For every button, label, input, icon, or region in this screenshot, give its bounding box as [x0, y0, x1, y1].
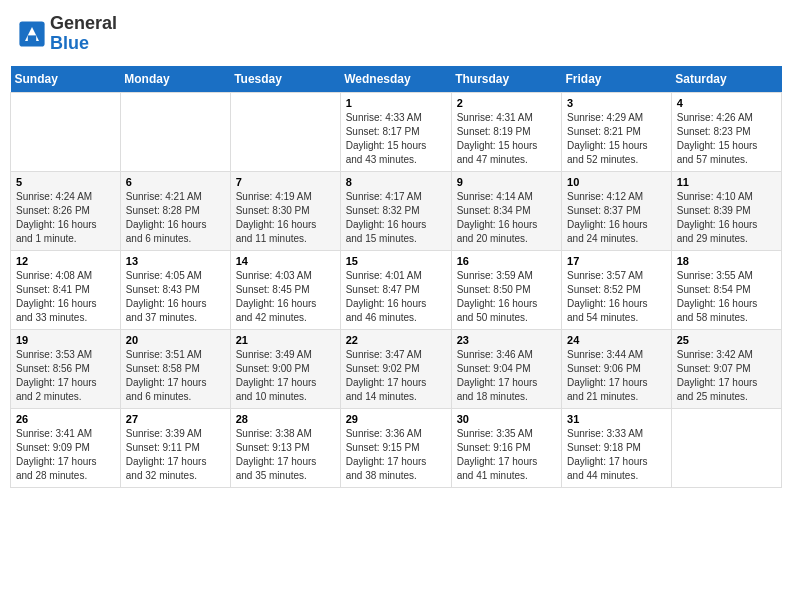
day-info: Sunrise: 4:19 AM Sunset: 8:30 PM Dayligh… [236, 190, 335, 246]
calendar-cell: 18Sunrise: 3:55 AM Sunset: 8:54 PM Dayli… [671, 250, 781, 329]
calendar-cell: 15Sunrise: 4:01 AM Sunset: 8:47 PM Dayli… [340, 250, 451, 329]
calendar-cell: 31Sunrise: 3:33 AM Sunset: 9:18 PM Dayli… [562, 408, 672, 487]
day-info: Sunrise: 4:17 AM Sunset: 8:32 PM Dayligh… [346, 190, 446, 246]
day-number: 17 [567, 255, 666, 267]
day-number: 29 [346, 413, 446, 425]
day-number: 3 [567, 97, 666, 109]
day-number: 6 [126, 176, 225, 188]
calendar-cell: 1Sunrise: 4:33 AM Sunset: 8:17 PM Daylig… [340, 92, 451, 171]
day-number: 11 [677, 176, 776, 188]
day-info: Sunrise: 4:10 AM Sunset: 8:39 PM Dayligh… [677, 190, 776, 246]
day-number: 27 [126, 413, 225, 425]
calendar-cell: 27Sunrise: 3:39 AM Sunset: 9:11 PM Dayli… [120, 408, 230, 487]
calendar-cell: 21Sunrise: 3:49 AM Sunset: 9:00 PM Dayli… [230, 329, 340, 408]
weekday-header-thursday: Thursday [451, 66, 561, 93]
calendar-cell: 5Sunrise: 4:24 AM Sunset: 8:26 PM Daylig… [11, 171, 121, 250]
day-info: Sunrise: 4:03 AM Sunset: 8:45 PM Dayligh… [236, 269, 335, 325]
day-info: Sunrise: 4:24 AM Sunset: 8:26 PM Dayligh… [16, 190, 115, 246]
calendar-cell [11, 92, 121, 171]
day-number: 4 [677, 97, 776, 109]
day-number: 18 [677, 255, 776, 267]
calendar-cell: 8Sunrise: 4:17 AM Sunset: 8:32 PM Daylig… [340, 171, 451, 250]
day-number: 8 [346, 176, 446, 188]
day-info: Sunrise: 4:08 AM Sunset: 8:41 PM Dayligh… [16, 269, 115, 325]
day-info: Sunrise: 3:55 AM Sunset: 8:54 PM Dayligh… [677, 269, 776, 325]
weekday-header-friday: Friday [562, 66, 672, 93]
day-info: Sunrise: 3:41 AM Sunset: 9:09 PM Dayligh… [16, 427, 115, 483]
day-info: Sunrise: 3:42 AM Sunset: 9:07 PM Dayligh… [677, 348, 776, 404]
day-info: Sunrise: 4:05 AM Sunset: 8:43 PM Dayligh… [126, 269, 225, 325]
day-info: Sunrise: 3:36 AM Sunset: 9:15 PM Dayligh… [346, 427, 446, 483]
day-info: Sunrise: 4:33 AM Sunset: 8:17 PM Dayligh… [346, 111, 446, 167]
day-info: Sunrise: 3:39 AM Sunset: 9:11 PM Dayligh… [126, 427, 225, 483]
calendar-cell: 11Sunrise: 4:10 AM Sunset: 8:39 PM Dayli… [671, 171, 781, 250]
day-info: Sunrise: 4:31 AM Sunset: 8:19 PM Dayligh… [457, 111, 556, 167]
page-header: GeneralBlue [10, 10, 782, 58]
day-info: Sunrise: 3:49 AM Sunset: 9:00 PM Dayligh… [236, 348, 335, 404]
day-number: 30 [457, 413, 556, 425]
calendar-cell: 29Sunrise: 3:36 AM Sunset: 9:15 PM Dayli… [340, 408, 451, 487]
day-number: 2 [457, 97, 556, 109]
calendar-cell: 23Sunrise: 3:46 AM Sunset: 9:04 PM Dayli… [451, 329, 561, 408]
day-info: Sunrise: 3:38 AM Sunset: 9:13 PM Dayligh… [236, 427, 335, 483]
day-info: Sunrise: 3:51 AM Sunset: 8:58 PM Dayligh… [126, 348, 225, 404]
day-number: 13 [126, 255, 225, 267]
day-number: 24 [567, 334, 666, 346]
day-info: Sunrise: 3:46 AM Sunset: 9:04 PM Dayligh… [457, 348, 556, 404]
calendar-cell: 22Sunrise: 3:47 AM Sunset: 9:02 PM Dayli… [340, 329, 451, 408]
day-info: Sunrise: 4:12 AM Sunset: 8:37 PM Dayligh… [567, 190, 666, 246]
day-info: Sunrise: 3:53 AM Sunset: 8:56 PM Dayligh… [16, 348, 115, 404]
calendar-cell: 30Sunrise: 3:35 AM Sunset: 9:16 PM Dayli… [451, 408, 561, 487]
day-info: Sunrise: 3:59 AM Sunset: 8:50 PM Dayligh… [457, 269, 556, 325]
calendar-cell [120, 92, 230, 171]
day-info: Sunrise: 3:57 AM Sunset: 8:52 PM Dayligh… [567, 269, 666, 325]
calendar-cell: 13Sunrise: 4:05 AM Sunset: 8:43 PM Dayli… [120, 250, 230, 329]
weekday-header-wednesday: Wednesday [340, 66, 451, 93]
calendar-cell: 17Sunrise: 3:57 AM Sunset: 8:52 PM Dayli… [562, 250, 672, 329]
day-number: 7 [236, 176, 335, 188]
calendar-cell: 4Sunrise: 4:26 AM Sunset: 8:23 PM Daylig… [671, 92, 781, 171]
svg-rect-2 [28, 35, 36, 41]
day-number: 19 [16, 334, 115, 346]
day-number: 20 [126, 334, 225, 346]
day-number: 25 [677, 334, 776, 346]
weekday-header-monday: Monday [120, 66, 230, 93]
day-info: Sunrise: 4:26 AM Sunset: 8:23 PM Dayligh… [677, 111, 776, 167]
day-number: 1 [346, 97, 446, 109]
calendar-cell: 10Sunrise: 4:12 AM Sunset: 8:37 PM Dayli… [562, 171, 672, 250]
day-number: 14 [236, 255, 335, 267]
day-info: Sunrise: 4:21 AM Sunset: 8:28 PM Dayligh… [126, 190, 225, 246]
calendar-cell: 20Sunrise: 3:51 AM Sunset: 8:58 PM Dayli… [120, 329, 230, 408]
day-number: 5 [16, 176, 115, 188]
calendar-cell: 19Sunrise: 3:53 AM Sunset: 8:56 PM Dayli… [11, 329, 121, 408]
calendar-cell: 24Sunrise: 3:44 AM Sunset: 9:06 PM Dayli… [562, 329, 672, 408]
day-number: 26 [16, 413, 115, 425]
calendar-table: SundayMondayTuesdayWednesdayThursdayFrid… [10, 66, 782, 488]
day-number: 15 [346, 255, 446, 267]
day-number: 9 [457, 176, 556, 188]
calendar-cell: 2Sunrise: 4:31 AM Sunset: 8:19 PM Daylig… [451, 92, 561, 171]
day-info: Sunrise: 3:33 AM Sunset: 9:18 PM Dayligh… [567, 427, 666, 483]
calendar-cell [671, 408, 781, 487]
weekday-header-saturday: Saturday [671, 66, 781, 93]
logo-icon [18, 20, 46, 48]
day-info: Sunrise: 3:47 AM Sunset: 9:02 PM Dayligh… [346, 348, 446, 404]
day-info: Sunrise: 3:44 AM Sunset: 9:06 PM Dayligh… [567, 348, 666, 404]
day-info: Sunrise: 4:01 AM Sunset: 8:47 PM Dayligh… [346, 269, 446, 325]
calendar-cell [230, 92, 340, 171]
day-number: 12 [16, 255, 115, 267]
day-number: 28 [236, 413, 335, 425]
calendar-cell: 26Sunrise: 3:41 AM Sunset: 9:09 PM Dayli… [11, 408, 121, 487]
calendar-cell: 3Sunrise: 4:29 AM Sunset: 8:21 PM Daylig… [562, 92, 672, 171]
day-number: 31 [567, 413, 666, 425]
day-number: 21 [236, 334, 335, 346]
calendar-cell: 6Sunrise: 4:21 AM Sunset: 8:28 PM Daylig… [120, 171, 230, 250]
calendar-cell: 12Sunrise: 4:08 AM Sunset: 8:41 PM Dayli… [11, 250, 121, 329]
day-number: 22 [346, 334, 446, 346]
day-number: 23 [457, 334, 556, 346]
calendar-cell: 14Sunrise: 4:03 AM Sunset: 8:45 PM Dayli… [230, 250, 340, 329]
day-number: 16 [457, 255, 556, 267]
weekday-header-tuesday: Tuesday [230, 66, 340, 93]
day-info: Sunrise: 4:29 AM Sunset: 8:21 PM Dayligh… [567, 111, 666, 167]
day-number: 10 [567, 176, 666, 188]
